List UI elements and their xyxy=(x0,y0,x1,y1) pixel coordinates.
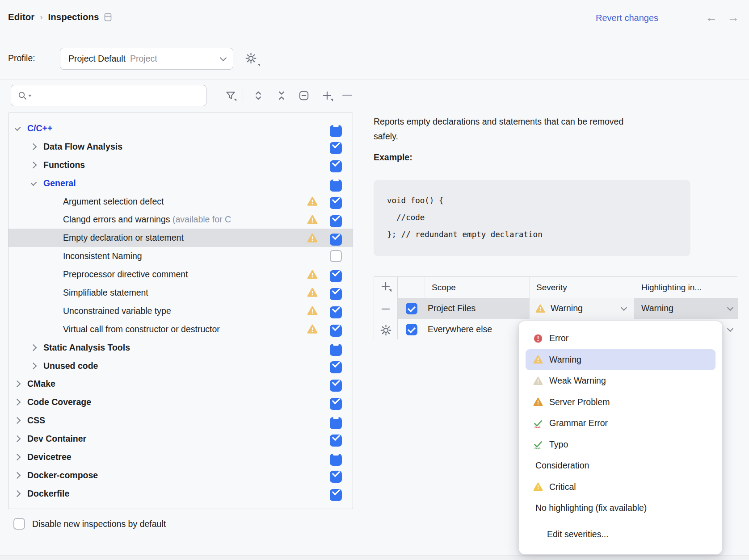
expand-all-button[interactable] xyxy=(252,90,264,101)
chevron-right-icon[interactable] xyxy=(15,380,21,388)
tree-row[interactable]: CMake xyxy=(8,375,353,393)
tree-checkbox[interactable] xyxy=(330,471,342,483)
table-header-severity[interactable]: Severity xyxy=(530,277,634,298)
severity-option-grammar-error[interactable]: Grammar Error xyxy=(519,413,722,434)
scope-cell[interactable]: Project Files xyxy=(425,298,530,319)
severity-option-server-problem[interactable]: Server Problem xyxy=(519,392,722,413)
tree-checkbox[interactable] xyxy=(330,160,342,172)
back-arrow-icon[interactable]: ← xyxy=(705,11,717,25)
severity-option-typo[interactable]: Typo xyxy=(519,434,722,456)
severity-option-warning[interactable]: Warning xyxy=(526,349,715,371)
chevron-down-icon[interactable] xyxy=(727,325,733,331)
scope-settings-button[interactable] xyxy=(380,324,391,336)
tree-checkbox[interactable] xyxy=(330,489,342,501)
disable-inspection-button[interactable] xyxy=(298,90,310,101)
tree-checkbox[interactable] xyxy=(330,125,342,137)
tree-row[interactable]: Data Flow Analysis xyxy=(8,138,353,156)
tree-row[interactable]: Static Analysis Tools xyxy=(8,339,353,357)
tree-item-label: Code Coverage xyxy=(27,397,91,407)
severity-option-error[interactable]: Error xyxy=(519,328,722,349)
remove-scope-button[interactable] xyxy=(380,303,391,315)
chevron-down-icon[interactable] xyxy=(31,179,37,186)
scope-checkbox[interactable] xyxy=(406,303,417,314)
tree-row[interactable]: Functions xyxy=(8,156,353,174)
breadcrumb-editor[interactable]: Editor xyxy=(8,12,34,22)
gear-icon xyxy=(380,324,392,336)
tree-row[interactable]: Dockerfile xyxy=(8,485,353,503)
table-header-scope[interactable]: Scope xyxy=(425,277,530,298)
filter-button[interactable] xyxy=(225,90,236,101)
forward-arrow-icon[interactable]: → xyxy=(727,11,739,25)
tree-row[interactable]: CSS xyxy=(8,411,353,430)
tree-row[interactable]: Unconstrained variable type xyxy=(8,302,353,320)
severity-option-critical[interactable]: Critical xyxy=(519,476,722,498)
tree-checkbox[interactable] xyxy=(330,234,342,246)
add-inspection-button[interactable] xyxy=(321,90,333,101)
tree-checkbox[interactable] xyxy=(330,380,342,392)
tree-checkbox[interactable] xyxy=(330,250,342,262)
highlighting-cell[interactable]: Warning xyxy=(634,298,738,319)
tree-row-content: Functions xyxy=(31,160,307,170)
tree-row[interactable]: C/C++ xyxy=(8,119,353,138)
chevron-right-icon[interactable] xyxy=(31,143,37,150)
severity-option-consideration[interactable]: Consideration xyxy=(519,455,722,476)
chevron-right-icon[interactable] xyxy=(31,362,37,369)
chevron-right-icon[interactable] xyxy=(31,344,37,351)
chevron-down-icon[interactable] xyxy=(727,304,733,310)
tree-checkbox[interactable] xyxy=(330,306,342,318)
chevron-down-icon[interactable] xyxy=(621,304,627,310)
scope-checkbox[interactable] xyxy=(406,324,417,335)
tree-row[interactable]: Virtual call from constructor or destruc… xyxy=(8,320,353,339)
tree-checkbox[interactable] xyxy=(330,215,342,227)
severity-cell[interactable]: Warning xyxy=(530,298,634,319)
remove-inspection-button[interactable] xyxy=(342,95,352,96)
tree-checkbox[interactable] xyxy=(330,454,342,466)
collapse-all-button[interactable] xyxy=(276,90,287,101)
chevron-right-icon[interactable] xyxy=(15,472,21,479)
tree-checkbox[interactable] xyxy=(330,142,342,154)
tree-row[interactable]: Empty declaration or statement xyxy=(8,229,353,247)
tree-checkbox[interactable] xyxy=(330,180,342,192)
chevron-down-icon[interactable] xyxy=(15,124,21,131)
search-field[interactable] xyxy=(11,85,206,106)
tree-checkbox[interactable] xyxy=(330,435,342,447)
severity-option-weak-warning[interactable]: Weak Warning xyxy=(519,370,722,392)
tree-checkbox[interactable] xyxy=(330,417,342,429)
warning-slot xyxy=(307,470,318,481)
tree-row[interactable]: Inconsistent Naming xyxy=(8,247,353,265)
tree-row[interactable]: Simplifiable statement xyxy=(8,284,353,302)
add-scope-button[interactable] xyxy=(380,280,391,292)
tree-checkbox[interactable] xyxy=(330,398,342,410)
chevron-right-icon[interactable] xyxy=(15,399,21,406)
table-header-highlighting[interactable]: Highlighting in... xyxy=(634,277,738,298)
tree-row[interactable]: Code Coverage xyxy=(8,393,353,411)
chevron-right-icon[interactable] xyxy=(15,490,21,497)
tree-checkbox[interactable] xyxy=(330,361,342,373)
tree-checkbox[interactable] xyxy=(330,325,342,337)
chevron-right-icon[interactable] xyxy=(31,161,37,168)
tree-checkbox[interactable] xyxy=(330,344,342,356)
tree-row[interactable]: Dev Container xyxy=(8,430,353,448)
tree-row[interactable]: Unused code xyxy=(8,357,353,375)
profile-settings-button[interactable] xyxy=(245,52,260,67)
tree-row[interactable]: Clangd errors and warnings (available fo… xyxy=(8,210,353,229)
search-input[interactable] xyxy=(35,86,206,105)
profile-select[interactable]: Project Default Project xyxy=(60,48,233,70)
tree-row[interactable]: General xyxy=(8,174,353,192)
tree-row[interactable]: Devicetree xyxy=(8,448,353,466)
scope-cell[interactable]: Everywhere else xyxy=(425,319,530,340)
revert-changes-link[interactable]: Revert changes xyxy=(596,13,658,23)
severity-option-no-highlighting-fix-available[interactable]: No highlighting (fix available) xyxy=(519,497,722,519)
tree-checkbox[interactable] xyxy=(330,270,342,282)
disable-new-inspections-checkbox[interactable] xyxy=(13,518,25,530)
tree-row[interactable]: Argument selection defect xyxy=(8,192,353,211)
tree-checkbox[interactable] xyxy=(330,197,342,209)
chevron-right-icon[interactable] xyxy=(15,454,21,461)
search-options-icon[interactable] xyxy=(28,95,32,97)
tree-checkbox[interactable] xyxy=(330,288,342,300)
chevron-right-icon[interactable] xyxy=(15,417,21,424)
tree-row[interactable]: Preprocessor directive comment xyxy=(8,265,353,284)
edit-severities-item[interactable]: Edit severities... xyxy=(519,524,722,545)
chevron-right-icon[interactable] xyxy=(15,435,21,443)
tree-row[interactable]: Docker-compose xyxy=(8,466,353,485)
